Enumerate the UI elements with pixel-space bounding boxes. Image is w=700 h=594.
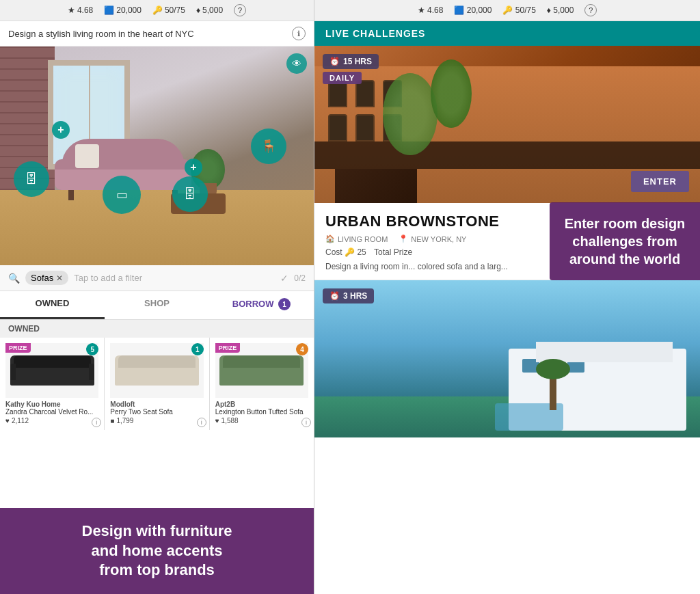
cost-value: 25 <box>357 247 366 257</box>
challenge-card-2[interactable]: ⏰ 3 HRS <box>314 280 700 594</box>
info-icon-3[interactable]: i <box>301 418 311 427</box>
item-image-1: PRIZE 5 <box>5 343 98 398</box>
right-keys-stat: 🔑 50/75 <box>502 5 535 15</box>
window-4 <box>328 114 347 141</box>
stairs <box>335 169 417 203</box>
item-name-3: Lexington Button Tufted Sofa <box>215 408 308 416</box>
add-item-button-2[interactable]: + <box>185 159 202 176</box>
clock-icon-1: ⏰ <box>329 57 340 66</box>
item-card-3[interactable]: PRIZE 4 Apt2B Lexington Button Tufted So… <box>210 338 314 430</box>
item-card-2[interactable]: 1 Modloft Perry Two Seat Sofa ■ 1,799 i <box>105 338 208 430</box>
num-badge-3: 4 <box>296 343 308 355</box>
right-coin-icon: 🟦 <box>454 5 464 15</box>
diamond-icon: ♦ <box>196 5 200 15</box>
palm-leaves <box>536 359 570 379</box>
time-text-2: 3 HRS <box>343 291 367 301</box>
prize-badge-3: PRIZE <box>215 343 241 353</box>
palm-tree <box>550 369 556 410</box>
sofa-shape-1 <box>10 355 94 386</box>
right-diamond-icon: ♦ <box>547 5 551 15</box>
info-icon-2[interactable]: i <box>197 418 206 427</box>
item-image-2: 1 <box>110 343 203 398</box>
sofa-pillow-1 <box>75 144 99 168</box>
window-1 <box>328 80 347 107</box>
filter-placeholder[interactable]: Tap to add a filter <box>74 273 275 283</box>
tab-owned[interactable]: OWNED <box>0 291 105 319</box>
rug-icon[interactable]: ▭ <box>103 176 141 214</box>
item-price-2: ■ 1,799 <box>110 417 203 424</box>
promo-overlay-left: Design with furnitureand home accentsfro… <box>0 508 314 594</box>
star-icon: ★ <box>68 5 75 15</box>
cost-key-icon: 🔑 <box>345 247 357 257</box>
cabinet-icon[interactable]: 🗄 <box>172 176 208 212</box>
items-grid: PRIZE 5 Kathy Kuo Home Zandra Charcoal V… <box>0 338 314 430</box>
total-prize-label: Total Prize <box>374 247 412 257</box>
pin-icon: 📍 <box>399 234 408 243</box>
tree-2 <box>431 59 472 128</box>
dresser-icon[interactable]: 🗄 <box>14 161 49 197</box>
sofa-shape-3 <box>219 355 304 386</box>
filter-tag-label: Sofas <box>31 273 53 283</box>
right-coins-stat: 🟦 20,000 <box>454 5 492 15</box>
right-help-button[interactable]: ? <box>584 4 597 16</box>
room-floor <box>0 190 314 265</box>
tab-shop[interactable]: SHOP <box>105 291 209 319</box>
enter-challenge-button[interactable]: ENTER <box>631 171 689 192</box>
armchair-icon[interactable]: 🪑 <box>251 129 286 164</box>
promo-text-right: Enter room designchallenges fromaround t… <box>563 215 686 268</box>
price-icon-3: ♥ <box>215 417 219 424</box>
item-image-3: PRIZE 4 <box>215 343 308 398</box>
item-price-3: ♥ 1,588 <box>215 417 308 424</box>
promo-text-left: Design with furnitureand home accentsfro… <box>11 522 303 580</box>
filter-count: 0/2 <box>294 273 306 283</box>
sofa-leg-left <box>68 190 74 200</box>
task-bar: Design a stylish living room in the hear… <box>0 21 314 46</box>
price-icon-2: ■ <box>110 417 114 424</box>
time-badge-1: ⏰ 15 HRS <box>323 54 379 69</box>
filter-bar: 🔍 Sofas ✕ Tap to add a filter ✓ 0/2 <box>0 265 314 291</box>
tabs-bar: OWNED SHOP BORROW 1 <box>0 291 314 320</box>
info-button[interactable]: ℹ <box>292 27 306 40</box>
challenge-image-2: ⏰ 3 HRS <box>314 280 700 437</box>
filter-checkmark: ✓ <box>280 273 288 284</box>
clock-icon-2: ⏰ <box>329 291 340 301</box>
cost-label: Cost <box>325 247 342 257</box>
right-panel: ★ 4.68 🟦 20,000 🔑 50/75 ♦ 5,000 ? LIVE C… <box>314 0 700 594</box>
challenge-image-1: ⏰ 15 HRS DAILY ENTER <box>314 46 700 203</box>
eye-view-button[interactable]: 👁 <box>286 53 307 74</box>
prize-badge-1: PRIZE <box>5 343 31 353</box>
info-icon-1[interactable]: i <box>92 418 101 427</box>
filter-tag-sofas[interactable]: Sofas ✕ <box>25 271 68 285</box>
right-rating-stat: ★ 4.68 <box>418 5 444 15</box>
right-diamonds-stat: ♦ 5,000 <box>547 5 574 15</box>
item-name-1: Zandra Charcoal Velvet Ro... <box>5 408 98 416</box>
daily-badge: DAILY <box>323 72 362 84</box>
window-2 <box>355 80 375 107</box>
challenge-card-1[interactable]: ⏰ 15 HRS DAILY ENTER URBAN BROWNSTONE 🏠 … <box>314 46 700 280</box>
item-price-1: ♥ 2,112 <box>5 417 98 424</box>
right-star-icon: ★ <box>418 5 425 15</box>
live-challenges-header: LIVE CHALLENGES <box>314 21 700 46</box>
right-status-bar: ★ 4.68 🟦 20,000 🔑 50/75 ♦ 5,000 ? <box>314 0 700 21</box>
window-5 <box>355 114 375 141</box>
owned-section-header: OWNED <box>0 320 314 338</box>
item-brand-1: Kathy Kuo Home <box>5 401 98 408</box>
promo-overlay-right: Enter room designchallenges fromaround t… <box>550 202 700 280</box>
villa-building <box>495 328 686 431</box>
coin-icon: 🟦 <box>104 5 114 15</box>
add-item-button-1[interactable]: + <box>52 121 70 139</box>
filter-remove-button[interactable]: ✕ <box>56 273 63 283</box>
borrow-badge: 1 <box>278 298 291 310</box>
left-panel: ★ 4.68 🟦 20,000 🔑 50/75 ♦ 5,000 ? Design… <box>0 0 314 594</box>
price-icon-1: ♥ <box>5 417 10 424</box>
item-card-1[interactable]: PRIZE 5 Kathy Kuo Home Zandra Charcoal V… <box>0 338 104 430</box>
room-type: 🏠 LIVING ROOM <box>325 234 388 243</box>
right-key-icon: 🔑 <box>502 5 513 15</box>
left-status-bar: ★ 4.68 🟦 20,000 🔑 50/75 ♦ 5,000 ? <box>0 0 314 21</box>
help-button[interactable]: ? <box>234 4 246 16</box>
time-text-1: 15 HRS <box>343 57 372 66</box>
challenge-info-1: URBAN BROWNSTONE 🏠 LIVING ROOM 📍 NEW YOR… <box>314 203 700 280</box>
tab-borrow[interactable]: BORROW 1 <box>209 291 314 319</box>
coins-stat: 🟦 20,000 <box>104 5 142 15</box>
num-badge-1: 5 <box>86 343 98 355</box>
